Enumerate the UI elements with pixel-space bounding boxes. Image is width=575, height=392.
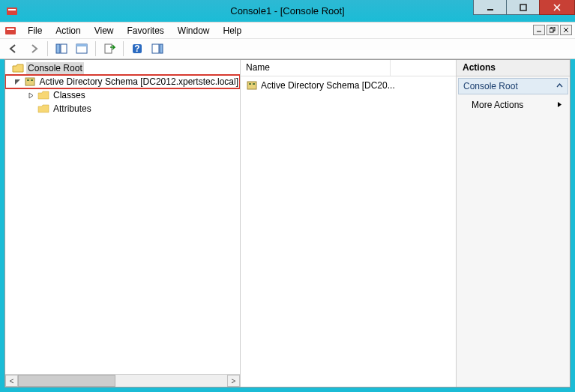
svg-line-5: [554, 4, 560, 10]
menu-help[interactable]: Help: [217, 23, 249, 38]
export-list-button[interactable]: [100, 40, 118, 58]
close-button[interactable]: [539, 0, 575, 15]
svg-rect-17: [105, 44, 112, 53]
tree-label: Console Root: [26, 62, 84, 74]
menu-favorites[interactable]: Favorites: [121, 23, 171, 38]
workspace: Console Root Active Directory Schema [DC…: [4, 59, 571, 388]
scroll-left-button[interactable]: <: [5, 375, 18, 387]
list-body: Active Directory Schema [DC20...: [241, 76, 456, 387]
ad-schema-icon: [24, 76, 36, 88]
svg-rect-24: [31, 79, 33, 81]
actions-group-header[interactable]: Console Root: [458, 78, 568, 94]
list-pane: Name Active Directory Schema [DC20...: [241, 60, 457, 387]
tree-body: Console Root Active Directory Schema [DC…: [5, 60, 240, 374]
titlebar: Console1 - [Console Root]: [0, 0, 575, 22]
tree-label: Attributes: [52, 103, 93, 115]
toolbar-separator: [123, 41, 124, 56]
tree-node-attributes[interactable]: ▸ Attributes: [5, 102, 240, 115]
console-root-icon: [12, 62, 24, 74]
svg-rect-10: [550, 28, 553, 32]
svg-rect-22: [25, 78, 34, 85]
menubar: File Action View Favorites Window Help: [0, 22, 575, 38]
show-hide-tree-button[interactable]: [52, 40, 70, 58]
actions-item-more-actions[interactable]: More Actions: [458, 97, 568, 113]
tree-node-console-root[interactable]: Console Root: [5, 61, 240, 75]
menu-file[interactable]: File: [21, 23, 49, 38]
folder-icon: [37, 89, 49, 101]
tree-label: Classes: [52, 89, 87, 101]
svg-rect-21: [160, 44, 163, 53]
up-one-level-button[interactable]: [73, 40, 91, 58]
actions-item-label: More Actions: [472, 100, 523, 110]
svg-line-4: [554, 4, 560, 10]
mmc-app-icon: [6, 5, 18, 17]
mmc-doc-icon: [4, 25, 16, 37]
actions-group-label: Console Root: [463, 81, 518, 91]
back-button[interactable]: [4, 40, 22, 58]
column-header-name[interactable]: Name: [241, 60, 391, 76]
mdi-restore-button[interactable]: [547, 25, 559, 35]
actions-pane: Actions Console Root More Actions: [457, 60, 570, 387]
scroll-thumb[interactable]: [18, 375, 115, 387]
maximize-button[interactable]: [506, 0, 540, 15]
show-hide-action-pane-button[interactable]: [148, 40, 166, 58]
list-item-ad-schema[interactable]: Active Directory Schema [DC20...: [244, 79, 453, 92]
scroll-track[interactable]: [18, 375, 227, 387]
svg-rect-3: [520, 4, 526, 10]
toolbar-separator: [95, 41, 96, 56]
list-header: Name: [241, 60, 456, 76]
toolbar-separator: [47, 41, 48, 56]
svg-rect-1: [8, 9, 16, 10]
menu-view[interactable]: View: [88, 23, 121, 38]
actions-pane-title: Actions: [457, 60, 570, 76]
scroll-right-button[interactable]: >: [227, 375, 240, 387]
svg-rect-25: [247, 82, 256, 89]
tree-label: Active Directory Schema [DC2012.xpertste…: [38, 76, 240, 88]
submenu-arrow-icon: [557, 100, 562, 110]
menu-action[interactable]: Action: [49, 23, 87, 38]
svg-rect-16: [76, 44, 87, 46]
svg-rect-27: [253, 83, 255, 85]
collapse-group-icon: [556, 81, 563, 91]
menu-window[interactable]: Window: [171, 23, 217, 38]
minimize-button[interactable]: [473, 0, 507, 15]
folder-icon: [37, 103, 49, 115]
collapse-icon[interactable]: [13, 77, 22, 86]
mdi-minimize-button[interactable]: [533, 25, 545, 35]
svg-rect-20: [152, 44, 159, 53]
svg-rect-0: [7, 7, 17, 15]
svg-rect-26: [249, 83, 251, 85]
tree-node-ad-schema[interactable]: Active Directory Schema [DC2012.xpertste…: [5, 75, 240, 88]
tree-node-classes[interactable]: Classes: [5, 88, 240, 102]
tree-pane: Console Root Active Directory Schema [DC…: [5, 60, 241, 387]
tree-horizontal-scrollbar[interactable]: < >: [5, 374, 240, 387]
ad-schema-icon: [246, 79, 258, 91]
svg-rect-14: [61, 44, 67, 53]
mdi-close-button[interactable]: [560, 25, 572, 35]
window-controls: [474, 0, 575, 15]
svg-text:?: ?: [134, 43, 139, 54]
mdi-controls: [532, 25, 572, 35]
svg-rect-6: [5, 27, 16, 34]
list-item-label: Active Directory Schema [DC20...: [261, 80, 395, 91]
svg-rect-23: [27, 79, 29, 81]
svg-rect-7: [7, 28, 14, 30]
svg-rect-13: [56, 44, 60, 53]
help-button[interactable]: ?: [128, 40, 146, 58]
toolbar: ?: [0, 38, 575, 59]
expand-icon[interactable]: [26, 91, 35, 100]
forward-button[interactable]: [25, 40, 43, 58]
